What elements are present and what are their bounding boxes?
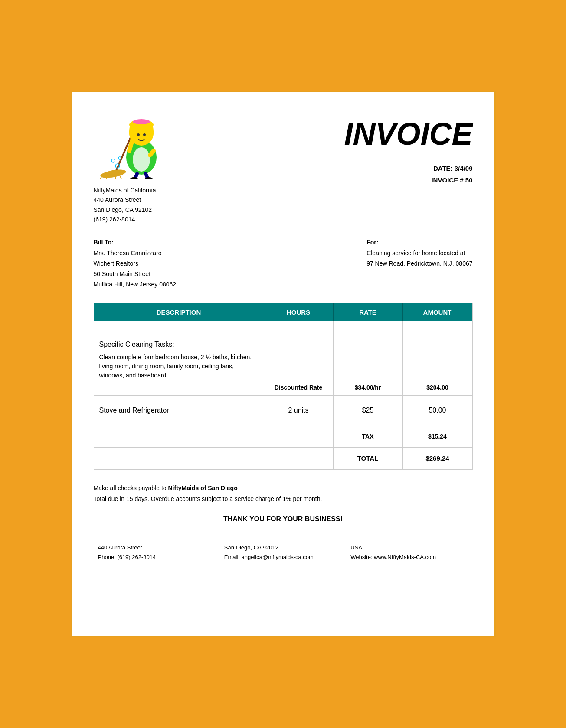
- tax-amount: $15.24: [403, 426, 472, 447]
- svg-line-6: [120, 176, 121, 179]
- date-label: DATE:: [433, 165, 453, 172]
- rate1: $34.00/hr: [355, 384, 381, 391]
- stove-desc: Stove and Refrigerator: [99, 406, 169, 414]
- payment-note-bold: NiftyMaids of San Diego: [168, 484, 237, 491]
- for-line1: Cleaning service for home located at: [366, 248, 472, 259]
- footer-col3-line2: Website: www.NIftyMaids-CA.com: [348, 552, 470, 562]
- amount-value-1: $204.00: [403, 321, 472, 395]
- footer-col2: San Diego, CA 92012 Email: angelica@nift…: [220, 543, 346, 562]
- footer-col3-line1: USA: [348, 543, 470, 552]
- invoice-date: DATE: 3/4/09: [344, 162, 472, 174]
- footer-col2-line1: San Diego, CA 92012: [222, 543, 344, 552]
- invoice-title-area: INVOICE DATE: 3/4/09 INVOICE # 50: [344, 110, 472, 186]
- discounted-rate-label: Discounted Rate: [275, 384, 322, 391]
- invoice-meta: DATE: 3/4/09 INVOICE # 50: [344, 162, 472, 186]
- bill-to-section: Bill To: Mrs. Theresa Cannizzaro Wichert…: [94, 237, 177, 290]
- table-header: DESCRIPTION HOURS RATE AMOUNT: [94, 303, 472, 321]
- total-amount: $269.24: [403, 448, 472, 469]
- logo-area: NiftyMaids of California 440 Aurora Stre…: [94, 110, 172, 224]
- bill-to-line1: Mrs. Theresa Cannizzaro: [94, 248, 177, 259]
- for-section: For: Cleaning service for home located a…: [366, 237, 472, 290]
- hours-discounted: Discounted Rate: [264, 321, 334, 395]
- billing-section: Bill To: Mrs. Theresa Cannizzaro Wichert…: [94, 237, 473, 290]
- cleaning-description: Specific Cleaning Tasks: Clean complete …: [94, 321, 264, 395]
- stove-description: Stove and Refrigerator: [94, 396, 264, 426]
- payment-note-prefix: Make all checks payable to: [94, 484, 168, 491]
- stove-row: Stove and Refrigerator 2 units $25 50.00: [94, 396, 472, 426]
- col-description: DESCRIPTION: [94, 303, 264, 321]
- svg-point-1: [100, 168, 127, 179]
- cleaning-task-row: Specific Cleaning Tasks: Clean complete …: [94, 321, 472, 396]
- stove-amount-value: 50.00: [429, 406, 446, 414]
- for-line2: 97 New Road, Pedricktown, N.J. 08067: [366, 259, 472, 269]
- svg-point-13: [133, 119, 150, 124]
- stove-rate-value: $25: [362, 406, 374, 414]
- footer-bottom: 440 Aurora Street Phone: (619) 262-8014 …: [94, 536, 473, 562]
- footer-col1-line1: 440 Aurora Street: [96, 543, 218, 552]
- col-amount: AMOUNT: [403, 303, 472, 321]
- thank-you: THANK YOU FOR YOUR BUSINESS!: [94, 515, 473, 523]
- invoice-number: INVOICE # 50: [344, 174, 472, 186]
- task-body: Clean complete four bedroom house, 2 ½ b…: [99, 353, 258, 380]
- date-value: 3/4/09: [455, 165, 473, 172]
- company-address1: 440 Aurora Street: [94, 195, 156, 205]
- svg-line-17: [150, 151, 154, 155]
- amount1: $204.00: [426, 384, 448, 391]
- header: NiftyMaids of California 440 Aurora Stre…: [94, 110, 473, 224]
- col-rate: RATE: [334, 303, 403, 321]
- total-label: TOTAL: [334, 448, 403, 469]
- bill-to-line2: Wichert Realtors: [94, 259, 177, 269]
- svg-point-23: [111, 159, 115, 162]
- total-hours-empty: [264, 448, 334, 469]
- invoice-title: INVOICE: [344, 118, 472, 150]
- for-label: For:: [366, 237, 472, 248]
- svg-point-8: [133, 147, 150, 172]
- svg-point-12: [147, 123, 154, 140]
- company-address2: San Diego, CA 92102: [94, 205, 156, 214]
- svg-point-14: [137, 133, 140, 136]
- footer-col2-line2: Email: angelica@niftymaids-ca.com: [222, 552, 344, 562]
- due-note: Total due in 15 days. Overdue accounts s…: [94, 494, 473, 504]
- task-title: Specific Cleaning Tasks:: [99, 341, 258, 348]
- footer-notes: Make all checks payable to NiftyMaids of…: [94, 483, 473, 504]
- rate-value-1: $34.00/hr: [334, 321, 403, 395]
- company-info: NiftyMaids of California 440 Aurora Stre…: [94, 185, 156, 224]
- company-name: NiftyMaids of California: [94, 185, 156, 195]
- footer-col1: 440 Aurora Street Phone: (619) 262-8014: [94, 543, 220, 562]
- invoice-page: NiftyMaids of California 440 Aurora Stre…: [71, 91, 496, 637]
- maid-logo: [94, 110, 172, 179]
- footer-col3: USA Website: www.NIftyMaids-CA.com: [346, 543, 472, 562]
- bill-to-line3: 50 South Main Street: [94, 269, 177, 280]
- company-phone: (619) 262-8014: [94, 214, 156, 224]
- bill-to-line4: Mullica Hill, New Jersey 08062: [94, 280, 177, 290]
- svg-point-15: [143, 133, 146, 136]
- spacer-hours: [264, 426, 334, 447]
- stove-hours: 2 units: [264, 396, 334, 426]
- stove-rate: $25: [334, 396, 403, 426]
- footer-col1-line2: Phone: (619) 262-8014: [96, 552, 218, 562]
- spacer-desc: [94, 426, 264, 447]
- spacer-row: TAX $15.24: [94, 426, 472, 448]
- total-desc-empty: [94, 448, 264, 469]
- total-row: TOTAL $269.24: [94, 448, 472, 469]
- svg-point-24: [118, 157, 121, 159]
- payment-note: Make all checks payable to NiftyMaids of…: [94, 483, 473, 494]
- stove-hours-value: 2 units: [288, 406, 308, 414]
- col-hours: HOURS: [264, 303, 334, 321]
- bill-to-label: Bill To:: [94, 237, 177, 248]
- invoice-table: DESCRIPTION HOURS RATE AMOUNT Specific C…: [94, 303, 473, 470]
- stove-amount: 50.00: [403, 396, 472, 426]
- tax-label: TAX: [334, 426, 403, 447]
- svg-line-5: [115, 177, 116, 179]
